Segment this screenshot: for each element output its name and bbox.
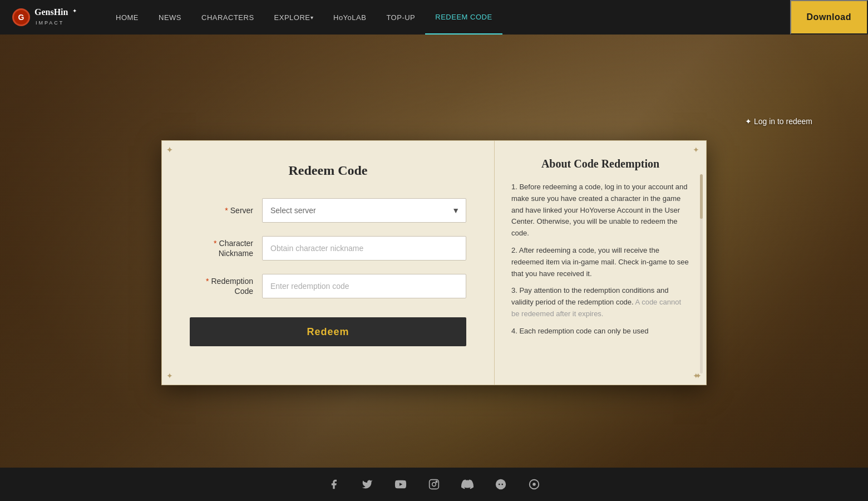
nav-links: HOME NEWS CHARACTERS EXPLORE HoYoLAB TOP… xyxy=(106,0,818,35)
info-point-1: 1. Before redeeming a code, log in to yo… xyxy=(511,181,689,239)
character-required-star: * xyxy=(214,239,216,248)
redemption-required-star: * xyxy=(206,277,209,286)
server-select[interactable]: Select server America Europe Asia TW/HK/… xyxy=(262,198,466,223)
info-panel-title: About Code Redemption xyxy=(511,158,689,170)
server-field-group: *Server Select server America Europe Asi… xyxy=(190,198,466,223)
character-nickname-input[interactable] xyxy=(262,236,466,261)
social-discord[interactable] xyxy=(457,474,477,494)
server-select-wrapper: Select server America Europe Asia TW/HK/… xyxy=(262,198,466,223)
nav-item-characters[interactable]: CHARACTERS xyxy=(191,0,264,35)
corner-decoration-tr: ✦ xyxy=(693,145,702,154)
server-label: *Server xyxy=(190,205,262,215)
footer xyxy=(0,468,868,501)
redemption-code-input[interactable] xyxy=(262,274,466,298)
social-facebook[interactable] xyxy=(324,474,344,494)
logo-svg: G GensHin IMPACT ✦ xyxy=(11,5,89,30)
svg-point-11 xyxy=(496,479,506,489)
redemption-field-group: *RedemptionCode xyxy=(190,274,466,298)
navbar: G GensHin IMPACT ✦ HOME NEWS CHARACTERS … xyxy=(0,0,868,35)
nav-item-topup[interactable]: TOP-UP xyxy=(376,0,425,35)
scrollbar-track[interactable] xyxy=(700,174,703,374)
redeem-form-title: Redeem Code xyxy=(190,163,466,178)
redemption-label: *RedemptionCode xyxy=(190,276,262,296)
svg-text:IMPACT: IMPACT xyxy=(36,20,64,26)
download-button[interactable]: Download xyxy=(790,0,868,35)
logo[interactable]: G GensHin IMPACT ✦ xyxy=(11,5,89,30)
svg-text:GensHin: GensHin xyxy=(34,7,68,17)
nav-item-explore[interactable]: EXPLORE xyxy=(264,0,323,35)
info-text-content: 1. Before redeeming a code, log in to yo… xyxy=(511,181,689,337)
faded-text: A code cannot be redeemed after it expir… xyxy=(511,298,681,318)
info-point-3: 3. Pay attention to the redemption condi… xyxy=(511,285,689,320)
social-youtube[interactable] xyxy=(391,474,411,494)
svg-text:G: G xyxy=(18,13,24,22)
social-hoyolab[interactable] xyxy=(524,474,544,494)
nav-item-redeemcode[interactable]: REDEEM CODE xyxy=(425,0,502,35)
character-field-group: *CharacterNickname xyxy=(190,236,466,261)
social-reddit[interactable] xyxy=(491,474,511,494)
svg-text:✦: ✦ xyxy=(72,8,77,14)
nav-item-news[interactable]: NEWS xyxy=(149,0,191,35)
redemption-info-panel: About Code Redemption 1. Before redeemin… xyxy=(495,141,706,385)
corner-decoration-bl: ✦ xyxy=(166,371,175,380)
corner-decoration-tl: ✦ xyxy=(166,145,175,154)
scrollbar-thumb xyxy=(700,174,703,219)
login-to-redeem-label: Log in to redeem xyxy=(754,117,812,126)
social-twitter[interactable] xyxy=(357,474,377,494)
corner-decoration-br: ✦ xyxy=(693,371,702,380)
svg-point-9 xyxy=(432,483,436,487)
svg-point-13 xyxy=(532,483,536,486)
nav-item-hoyolab[interactable]: HoYoLAB xyxy=(323,0,376,35)
redeem-button[interactable]: Redeem xyxy=(190,317,466,346)
redeem-modal: ✦ ✦ ✦ ✦ Redeem Code *Server Select serve… xyxy=(161,140,707,385)
redeem-form-panel: Redeem Code *Server Select server Americ… xyxy=(162,141,495,385)
svg-point-10 xyxy=(436,481,437,483)
info-point-2: 2. After redeeming a code, you will rece… xyxy=(511,245,689,279)
nav-item-home[interactable]: HOME xyxy=(106,0,149,35)
info-point-4: 4. Each redemption code can only be used xyxy=(511,326,689,337)
server-required-star: * xyxy=(225,206,228,215)
social-instagram[interactable] xyxy=(424,474,444,494)
login-to-redeem-link[interactable]: Log in to redeem xyxy=(745,117,812,126)
character-label: *CharacterNickname xyxy=(190,238,262,258)
